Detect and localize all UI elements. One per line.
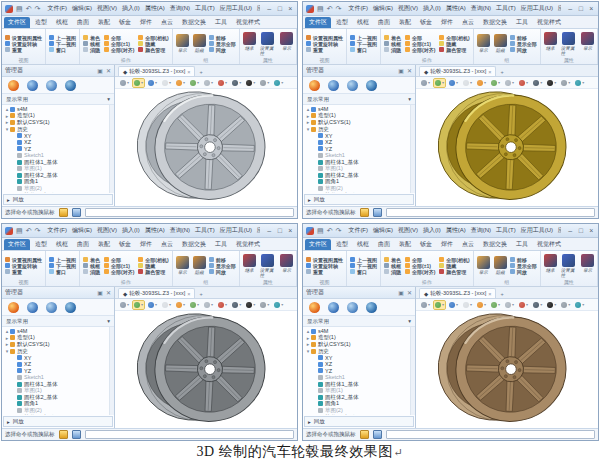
- tree-item[interactable]: 圆柱体2_基体: [305, 394, 415, 401]
- ribbon-item[interactable]: 全部(对齐): [405, 47, 435, 53]
- visual-manager-tab-icon[interactable]: [8, 80, 19, 91]
- ribbon-tab[interactable]: 数据交换: [479, 239, 511, 250]
- maximize-button[interactable]: □: [276, 226, 283, 235]
- menu-item[interactable]: 应用(P): [558, 226, 560, 235]
- ribbon-item[interactable]: 回放: [510, 269, 537, 275]
- minimize-button[interactable]: –: [266, 226, 273, 235]
- tree-item[interactable]: ▾历史: [305, 126, 415, 133]
- tree-item[interactable]: YZ: [305, 146, 415, 153]
- tree-item[interactable]: 圆角1: [305, 179, 415, 186]
- redo-icon[interactable]: ↷: [336, 227, 342, 234]
- ribbon-item[interactable]: 颜色管理: [138, 47, 168, 53]
- history-tab-icon[interactable]: [328, 302, 339, 313]
- tree-item[interactable]: ▾历史: [4, 126, 114, 133]
- ribbon-tab[interactable]: 造型: [31, 17, 51, 28]
- ribbon-item[interactable]: 重置: [5, 47, 42, 53]
- ribbon-item[interactable]: 颜色管理: [439, 269, 469, 275]
- save-icon[interactable]: ▤: [16, 5, 23, 12]
- tree-scrollbar[interactable]: [109, 327, 114, 415]
- menu-item[interactable]: 编辑(E): [72, 4, 92, 13]
- ribbon-tab[interactable]: 装配: [395, 239, 415, 250]
- menu-item[interactable]: 属性(A): [145, 4, 165, 13]
- assembly-tab-icon[interactable]: [46, 80, 57, 91]
- command-input[interactable]: [85, 208, 295, 217]
- pin-icon[interactable]: ▣: [398, 67, 404, 74]
- tab-close-icon[interactable]: ×: [187, 291, 190, 297]
- viewport[interactable]: [416, 311, 598, 428]
- ribbon-tab[interactable]: 焊件: [136, 239, 156, 250]
- menu-item[interactable]: 插入(I): [423, 226, 441, 235]
- ribbon-item[interactable]: 消隐: [83, 47, 100, 53]
- ribbon-tab[interactable]: 点云: [458, 239, 478, 250]
- new-tab-button[interactable]: +: [496, 68, 507, 76]
- ribbon-big-button[interactable]: 显示: [176, 34, 189, 53]
- tree-item[interactable]: XY: [305, 132, 415, 139]
- tree-item[interactable]: XZ: [4, 139, 114, 146]
- tab-close-icon[interactable]: ×: [488, 69, 491, 75]
- ribbon-tab[interactable]: 造型: [332, 17, 352, 28]
- visual-manager-tab-icon[interactable]: [8, 302, 19, 313]
- document-tab[interactable]: ◆ 轮毂-3093SL.Z3 - [xxx] ×: [419, 288, 496, 298]
- menu-item[interactable]: 文件(F): [348, 4, 368, 13]
- ribbon-big-button[interactable]: 显示: [280, 254, 293, 273]
- tree-item[interactable]: Sketch1: [4, 152, 114, 159]
- ribbon-tab[interactable]: 钣金: [416, 239, 436, 250]
- ribbon-big-button[interactable]: 继承: [544, 254, 557, 273]
- tree-item[interactable]: XY: [305, 354, 415, 361]
- ribbon-tab[interactable]: 焊件: [437, 17, 457, 28]
- menu-item[interactable]: 应用工具(U): [220, 226, 252, 235]
- ribbon-big-button[interactable]: 显示: [280, 32, 293, 51]
- ribbon-item[interactable]: 颜色管理: [439, 47, 469, 53]
- undo-icon[interactable]: ↶: [26, 227, 32, 234]
- tree-item[interactable]: 拉伸11_切除: [305, 414, 415, 415]
- minimize-button[interactable]: –: [567, 4, 574, 13]
- ribbon-item[interactable]: 重置: [5, 269, 42, 275]
- ribbon-item[interactable]: 消隐: [384, 269, 401, 275]
- ribbon-tab[interactable]: 曲面: [73, 17, 93, 28]
- filter-yellow-icon[interactable]: [360, 430, 369, 439]
- ribbon-tab[interactable]: 文件区: [4, 239, 30, 250]
- menu-item[interactable]: 工具(T): [195, 4, 215, 13]
- ribbon-tab[interactable]: 视觉样式: [533, 239, 565, 250]
- filter-blue-icon[interactable]: [72, 208, 81, 217]
- menu-item[interactable]: 应用(P): [257, 4, 259, 13]
- filter-yellow-icon[interactable]: [360, 208, 369, 217]
- visual-manager-tab-icon[interactable]: [309, 302, 320, 313]
- document-tab[interactable]: ◆ 轮毂-3093SL.Z3 - [xxx] ×: [118, 288, 195, 298]
- menu-item[interactable]: 工具(T): [496, 4, 516, 13]
- tree-item[interactable]: 拉伸11_切除: [4, 414, 114, 415]
- redo-icon[interactable]: ↷: [35, 5, 41, 12]
- ribbon-big-button[interactable]: 设置属性: [260, 254, 276, 278]
- filter-yellow-icon[interactable]: [59, 208, 68, 217]
- close-panel-icon[interactable]: ✕: [407, 289, 412, 296]
- menu-item[interactable]: 插入(I): [122, 4, 140, 13]
- ribbon-big-button[interactable]: 显示: [477, 34, 490, 53]
- new-tab-button[interactable]: +: [195, 290, 206, 298]
- tree-item[interactable]: 圆角1: [305, 401, 415, 408]
- layer-tab-icon[interactable]: [65, 80, 76, 91]
- tree-item[interactable]: Sketch1: [305, 152, 415, 159]
- ribbon-item[interactable]: 重置: [306, 47, 343, 53]
- ribbon-big-button[interactable]: 隐藏: [193, 34, 206, 53]
- new-tab-button[interactable]: +: [496, 290, 507, 298]
- pin-icon[interactable]: ▣: [97, 289, 103, 296]
- ribbon-tab[interactable]: 钣金: [416, 17, 436, 28]
- tree-item[interactable]: 圆柱体1_基体: [4, 381, 114, 388]
- ribbon-item[interactable]: 窗口: [350, 47, 377, 53]
- ribbon-tab[interactable]: 装配: [94, 239, 114, 250]
- history-tab-icon[interactable]: [27, 302, 38, 313]
- ribbon-tab[interactable]: 工具: [211, 239, 231, 250]
- save-icon[interactable]: ▤: [317, 227, 324, 234]
- ribbon-tab[interactable]: 焊件: [437, 239, 457, 250]
- ribbon-item[interactable]: 回放: [510, 47, 537, 53]
- redo-icon[interactable]: ↷: [35, 227, 41, 234]
- tree-item[interactable]: ▾历史: [4, 348, 114, 355]
- ribbon-big-button[interactable]: 显示: [176, 256, 189, 275]
- ribbon-tab[interactable]: 装配: [94, 17, 114, 28]
- ribbon-item[interactable]: 全部(对齐): [104, 269, 134, 275]
- menu-item[interactable]: 插入(I): [423, 4, 441, 13]
- close-button[interactable]: ×: [287, 4, 294, 13]
- tree-item[interactable]: 圆柱体1_基体: [305, 159, 415, 166]
- layer-tab-icon[interactable]: [65, 302, 76, 313]
- assembly-tab-icon[interactable]: [46, 302, 57, 313]
